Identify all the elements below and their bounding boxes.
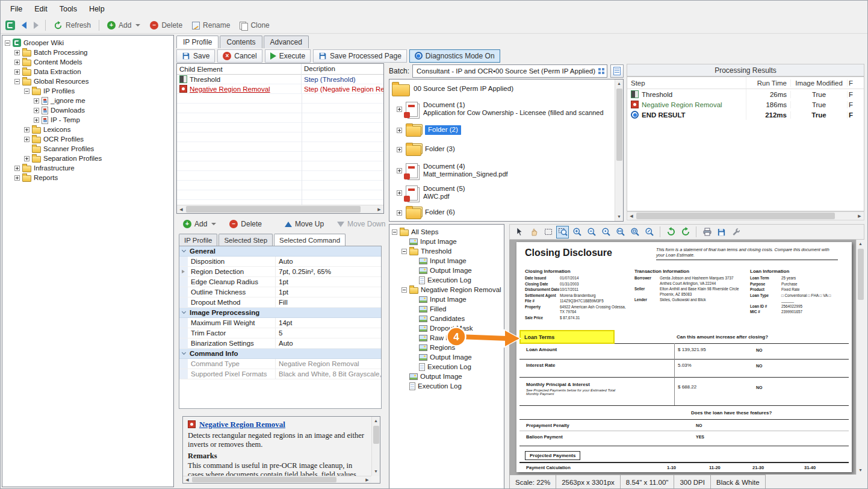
- property-row-maximum-fill-weight[interactable]: Maximum Fill Weight14pt: [179, 318, 381, 328]
- batch-item-folder-6[interactable]: Folder (6): [389, 204, 623, 222]
- expand-icon[interactable]: [397, 147, 402, 152]
- save-processed-page-button[interactable]: Save Processed Page: [313, 49, 407, 63]
- results-horizontal-scrollbar[interactable]: ◀ ▶: [627, 211, 864, 220]
- tab-advanced[interactable]: Advanced: [264, 36, 309, 48]
- scroll-left-icon[interactable]: ◀: [183, 478, 191, 482]
- browse-batches-icon[interactable]: [598, 67, 605, 75]
- scroll-up-icon[interactable]: ▲: [857, 240, 864, 248]
- table-row-negative-region-removal[interactable]: Negative Region Removal Step (Negative R…: [177, 84, 383, 94]
- property-value[interactable]: 1pt: [276, 287, 381, 297]
- category-command-info[interactable]: Command Info: [179, 349, 381, 359]
- scroll-down-icon[interactable]: ▼: [857, 466, 864, 475]
- batch-item-document-4[interactable]: Document (4) Matt_termination_Signed.pdf: [389, 159, 623, 182]
- menu-file[interactable]: File: [4, 2, 28, 16]
- expand-icon[interactable]: [397, 168, 402, 173]
- tree-item-ip-profiles[interactable]: IP Profiles: [2, 86, 173, 96]
- zoom-in-icon[interactable]: [571, 226, 583, 238]
- step-execution-log[interactable]: Execution Log: [389, 381, 504, 391]
- category-general[interactable]: General: [179, 246, 381, 257]
- rotate-cw-icon[interactable]: [679, 226, 692, 238]
- expand-icon[interactable]: [24, 137, 29, 142]
- expand-icon[interactable]: [14, 175, 20, 181]
- tab-selected-command[interactable]: Selected Command: [274, 234, 346, 246]
- step-input-image[interactable]: Input Image: [389, 237, 504, 246]
- expand-icon[interactable]: [24, 156, 29, 161]
- column-header-step[interactable]: Step: [627, 77, 746, 89]
- step-threshold-output-image[interactable]: Output Image: [389, 266, 504, 275]
- step-nrr-raw-regions[interactable]: Raw Regions: [389, 333, 504, 343]
- expand-icon[interactable]: [397, 128, 402, 133]
- tools-icon[interactable]: [730, 226, 742, 238]
- step-nrr-output-image[interactable]: Output Image: [389, 352, 504, 362]
- rotate-ccw-icon[interactable]: [665, 226, 677, 238]
- step-nrr-candidates[interactable]: Candidates: [389, 314, 504, 323]
- add-step-button[interactable]: + Add: [179, 217, 220, 231]
- scroll-thumb[interactable]: [192, 477, 336, 482]
- property-value[interactable]: Auto: [276, 257, 381, 266]
- batch-selector-combo[interactable]: Consultant - IP and OCR•00 Source Set (P…: [412, 64, 607, 78]
- expand-icon[interactable]: [34, 108, 39, 113]
- property-row-trim-factor[interactable]: Trim Factor5: [179, 328, 381, 338]
- help-vertical-scrollbar[interactable]: ▲ ▼: [371, 417, 380, 476]
- step-threshold-input-image[interactable]: Input Image: [389, 256, 504, 266]
- property-value[interactable]: 1pt: [276, 277, 381, 287]
- property-row-outline-thickness[interactable]: Outline Thickness1pt: [179, 287, 381, 297]
- expand-icon[interactable]: [14, 50, 20, 55]
- diagnostics-mode-toggle[interactable]: Diagnostics Mode On: [409, 49, 500, 63]
- collapse-icon[interactable]: [401, 287, 407, 293]
- horizontal-scrollbar[interactable]: ◀ ▶: [177, 205, 383, 213]
- zoom-dynamic-icon[interactable]: [643, 226, 656, 238]
- tree-item-separation-profiles[interactable]: Separation Profiles: [2, 154, 173, 163]
- column-header-f[interactable]: F: [848, 79, 864, 87]
- step-all-steps[interactable]: All Steps: [389, 227, 504, 237]
- batch-vertical-scrollbar[interactable]: ▲ ▼: [615, 79, 623, 221]
- results-row-end-result[interactable]: END RESULT 212ms True F: [627, 110, 864, 120]
- scroll-right-icon[interactable]: ▶: [375, 207, 383, 212]
- batch-item-folder-3[interactable]: Folder (3): [389, 140, 623, 159]
- scroll-thumb[interactable]: [616, 89, 622, 161]
- select-region-icon[interactable]: [542, 226, 554, 238]
- scroll-thumb[interactable]: [636, 213, 835, 219]
- scroll-right-icon[interactable]: ▶: [855, 214, 864, 219]
- scroll-up-icon[interactable]: ▲: [615, 79, 623, 88]
- clone-button[interactable]: Clone: [235, 18, 273, 33]
- collapse-icon[interactable]: [392, 229, 397, 235]
- property-row-region-detection[interactable]: Region Detection7pt, 0.25in², 65%: [179, 267, 381, 277]
- rename-button[interactable]: Rename: [188, 18, 234, 33]
- save-image-icon[interactable]: [715, 226, 728, 238]
- delete-button[interactable]: − Delete: [146, 18, 187, 33]
- hand-pan-icon[interactable]: [527, 226, 540, 238]
- viewer-vertical-scrollbar[interactable]: ▲ ▼: [856, 240, 864, 475]
- execute-button[interactable]: Execute: [265, 49, 311, 63]
- tree-item-reports[interactable]: Reports: [2, 173, 173, 182]
- scroll-thumb[interactable]: [373, 426, 379, 444]
- expand-icon[interactable]: [24, 127, 29, 132]
- column-header-image-modified[interactable]: Image Modified: [791, 79, 848, 87]
- column-header-run-time[interactable]: Run Time: [746, 79, 791, 87]
- scroll-down-icon[interactable]: ▼: [615, 213, 623, 221]
- batch-item-folder-2[interactable]: Folder (2): [389, 120, 623, 140]
- delete-step-button[interactable]: − Delete: [225, 217, 266, 231]
- tree-item-data-extraction[interactable]: Data Extraction: [2, 67, 173, 76]
- zoom-fit-page-icon[interactable]: [628, 226, 641, 238]
- property-row-disposition[interactable]: DispositionAuto: [179, 257, 381, 267]
- category-image-preprocessing[interactable]: Image Preprocessing: [179, 308, 381, 318]
- scroll-right-icon[interactable]: ▶: [363, 478, 371, 482]
- tree-item-ip-temp[interactable]: IP - Temp: [2, 115, 173, 125]
- tree-item-scanner-profiles[interactable]: Scanner Profiles: [2, 144, 173, 154]
- step-threshold-execution-log[interactable]: Execution Log: [389, 275, 504, 285]
- expand-icon[interactable]: [14, 60, 20, 65]
- move-down-button[interactable]: Move Down: [333, 217, 389, 231]
- step-threshold[interactable]: Threshold: [389, 246, 504, 256]
- collapse-icon[interactable]: [5, 40, 10, 46]
- tree-item-infrastructure[interactable]: Infrastructure: [2, 163, 173, 173]
- expand-icon[interactable]: [14, 69, 20, 75]
- step-negative-region-removal[interactable]: Negative Region Removal: [389, 285, 504, 294]
- menu-tools[interactable]: Tools: [54, 2, 83, 16]
- view-document-button[interactable]: [610, 64, 624, 78]
- property-value[interactable]: Fill: [276, 297, 381, 307]
- expand-icon[interactable]: [179, 267, 188, 276]
- tree-item-ocr-profiles[interactable]: OCR Profiles: [2, 134, 173, 144]
- refresh-button[interactable]: Refresh: [49, 18, 95, 33]
- tab-contents[interactable]: Contents: [220, 36, 262, 48]
